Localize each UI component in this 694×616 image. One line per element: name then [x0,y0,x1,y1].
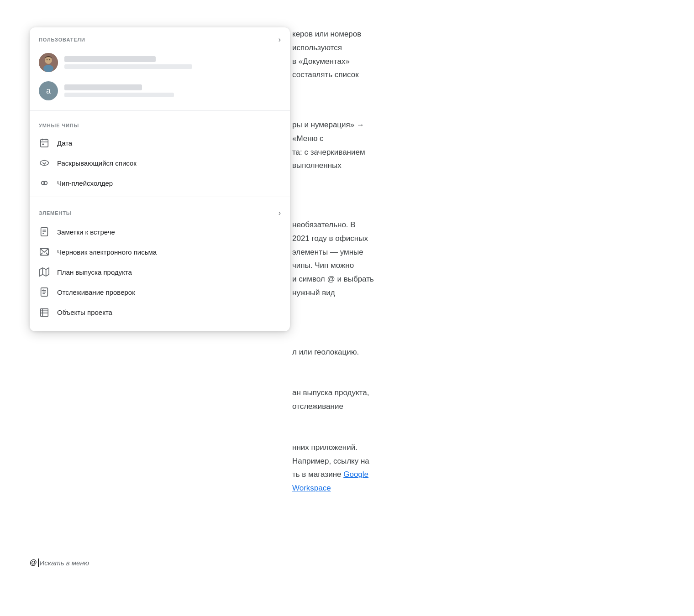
bg-block-2: ры и нумерация» → «Меню с та: с зачеркив… [292,118,374,172]
elem-notes-item[interactable]: Заметки к встрече [30,222,290,242]
chip-dropdown-item[interactable]: Раскрывающийся список [30,153,290,173]
elements-section-header[interactable]: ЭЛЕМЕНТЫ › [30,201,290,222]
avatar-1 [39,53,58,72]
bg-block-1: керов или номеров используются в «Докуме… [292,27,374,82]
elem-tracking-item[interactable]: Отслеживание проверок [30,282,290,302]
divider-2 [30,197,290,197]
user-item-1[interactable] [30,48,290,77]
chip-date-item[interactable]: Дата [30,133,290,153]
map-icon [39,266,50,277]
chip-placeholder-item[interactable]: Чип-плейсхолдер [30,173,290,193]
divider-1 [30,110,290,111]
chips-section-title: УМНЫЕ ЧИПЫ [39,123,79,128]
search-placeholder: Искать в меню [40,559,89,567]
elem-objects-label: Объекты проекта [57,308,112,316]
email-icon [39,246,50,257]
elements-arrow-icon: › [279,209,281,217]
elem-email-label: Черновик электронного письма [57,248,157,256]
svg-rect-5 [41,140,48,147]
user-item-2[interactable]: а [30,77,290,105]
user-2-detail [64,93,174,97]
chip-placeholder-label: Чип-плейсхолдер [57,179,113,187]
users-arrow-icon: › [279,36,281,44]
elem-email-item[interactable]: Черновик электронного письма [30,242,290,262]
elem-tracking-label: Отслеживание проверок [57,288,135,296]
placeholder-icon [39,177,50,188]
svg-rect-9 [42,144,44,145]
elements-section: ЭЛЕМЕНТЫ › Заметки к встрече [30,199,290,324]
workspace-link[interactable]: Google Workspace [292,470,368,492]
user-1-detail [64,64,192,69]
bg-block-4: л или геолокацию. [292,345,374,359]
users-section-header[interactable]: ПОЛЬЗОВАТЕЛИ › [30,27,290,48]
users-section-title: ПОЛЬЗОВАТЕЛИ [39,37,85,42]
elem-notes-label: Заметки к встрече [57,228,115,236]
bg-block-5: ан выпуска продукта, отслеживание [292,386,374,413]
user-2-info [64,84,281,97]
user-1-name [64,56,156,62]
chip-date-label: Дата [57,139,72,147]
elements-section-title: ЭЛЕМЕНТЫ [39,210,71,216]
checklist-icon [39,287,50,298]
user-1-info [64,56,281,69]
box-icon [39,307,50,318]
users-list: а [30,48,290,109]
dropdown-icon [39,157,50,168]
svg-point-2 [47,59,47,60]
search-bar: @ Искать в меню [30,559,89,567]
elem-product-item[interactable]: План выпуска продукта [30,262,290,282]
chip-dropdown-label: Раскрывающийся список [57,159,137,167]
cursor [38,559,39,567]
elem-objects-item[interactable]: Объекты проекта [30,302,290,322]
user-2-name [64,84,142,90]
svg-point-4 [43,65,53,72]
svg-point-1 [45,57,52,64]
dropdown-panel: ПОЛЬЗОВАТЕЛИ › [30,27,290,331]
chips-section-header: УМНЫЕ ЧИПЫ [30,115,290,133]
calendar-icon [39,137,50,148]
bg-block-3: необязательно. В 2021 году в офисных эле… [292,218,374,300]
chips-section: УМНЫЕ ЧИПЫ Дата [30,113,290,195]
svg-point-3 [49,59,50,60]
svg-marker-20 [40,268,49,276]
svg-rect-27 [41,309,48,317]
notes-icon [39,226,50,237]
at-symbol: @ [30,559,37,567]
avatar-2: а [39,81,58,100]
elem-product-label: План выпуска продукта [57,268,132,276]
bg-block-6: нних приложений. Например, ссылку на ть … [292,441,374,495]
